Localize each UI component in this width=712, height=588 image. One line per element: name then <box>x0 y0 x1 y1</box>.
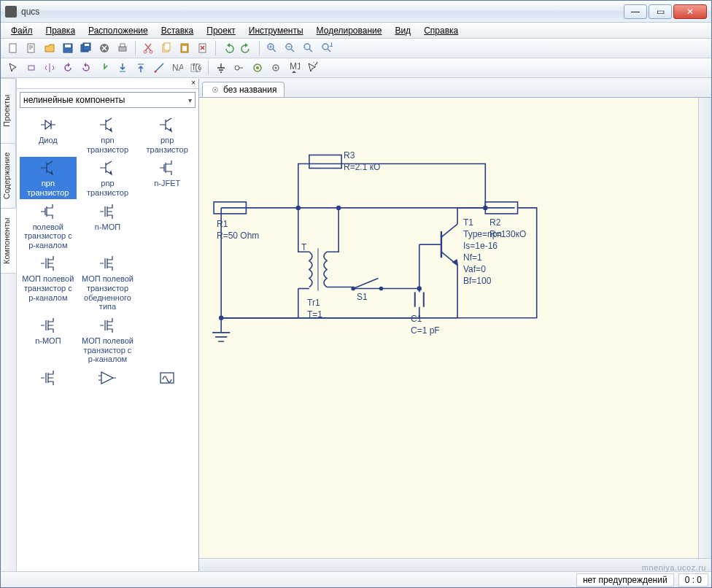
svg-text:1: 1 <box>329 42 333 49</box>
menu-simulation[interactable]: Моделирование <box>312 24 387 37</box>
palette-item[interactable] <box>20 367 77 390</box>
vertical-scrollbar[interactable] <box>698 98 711 558</box>
svg-rect-34 <box>160 373 174 383</box>
category-combo-value: нелинейные компоненты <box>23 95 125 105</box>
zoom-in-button[interactable] <box>264 40 280 56</box>
open-button[interactable] <box>42 40 58 56</box>
svg-point-43 <box>337 206 341 209</box>
palette-item[interactable]: pnp транзистор <box>139 114 196 155</box>
menu-help[interactable]: Справка <box>419 24 463 37</box>
svg-rect-8 <box>119 47 126 51</box>
doc-tab-untitled[interactable]: без названия <box>202 82 285 97</box>
side-tab-components[interactable]: Компоненты <box>1 208 16 274</box>
sidebar-tab-strip: Проекты Содержание Компоненты <box>1 79 17 571</box>
svg-rect-15 <box>182 46 187 51</box>
palette-item[interactable]: n-МОП <box>20 314 77 365</box>
close-doc-button[interactable] <box>96 40 112 56</box>
menu-view[interactable]: Вид <box>390 24 415 37</box>
horizontal-scrollbar[interactable] <box>199 558 711 571</box>
cut-button[interactable] <box>140 40 156 56</box>
label-t1-p4: Vaf=0 <box>463 264 486 274</box>
svg-point-27 <box>235 66 239 70</box>
palette-item-label: Диод <box>20 136 77 145</box>
zoom-out-button[interactable] <box>282 40 298 56</box>
svg-text:f(ω): f(ω) <box>193 62 201 72</box>
insert-up-tool[interactable] <box>133 60 149 76</box>
palette-item[interactable]: МОП полевой транзистор с p-каналом <box>80 314 136 365</box>
component-icon <box>20 368 77 387</box>
zoom-fit-button[interactable] <box>301 40 317 56</box>
settings-tool[interactable] <box>268 60 284 76</box>
rotate-right-tool[interactable] <box>78 60 94 76</box>
delete-button[interactable] <box>195 40 211 56</box>
menu-tools[interactable]: Инструменты <box>244 24 308 37</box>
label-r1-name: R1 <box>217 219 228 229</box>
component-icon <box>80 158 136 177</box>
palette-item-label: n-МОП <box>20 336 77 346</box>
palette-item[interactable]: полевой транзистор с p-каналом <box>20 201 77 252</box>
component-panel: × нелинейные компоненты ▾ Диодnpn транзи… <box>17 79 199 571</box>
palette-item[interactable]: МОП полевой транзистор с p-каналом <box>20 252 77 313</box>
wire-tool[interactable] <box>151 60 167 76</box>
minimize-button[interactable]: — <box>624 4 647 19</box>
palette-item-label: МОП полевой транзистор с p-каналом <box>80 336 136 364</box>
menu-position[interactable]: Расположение <box>84 24 152 37</box>
side-tab-projects[interactable]: Проекты <box>1 78 16 144</box>
simulate-tool[interactable] <box>249 60 266 76</box>
redo-button[interactable] <box>239 40 255 56</box>
statusbar: нет предупреждений 0 : 0 <box>1 571 711 587</box>
category-combo[interactable]: нелинейные компоненты ▾ <box>20 92 196 108</box>
port-tool[interactable] <box>231 60 247 76</box>
palette-item[interactable] <box>139 367 196 390</box>
print-button[interactable] <box>115 40 131 56</box>
svg-point-44 <box>484 206 487 209</box>
menu-file[interactable]: Файл <box>7 24 37 37</box>
status-coords: 0 : 0 <box>678 573 708 587</box>
paste-button[interactable] <box>177 40 193 56</box>
select-tool[interactable] <box>5 60 21 76</box>
palette-item[interactable]: npn транзистор <box>20 157 77 198</box>
palette-item[interactable]: n-JFET <box>139 157 196 198</box>
zoom-reset-button[interactable]: 1 <box>319 40 335 56</box>
component-icon <box>20 158 77 177</box>
palette-item[interactable]: npn транзистор <box>80 114 136 155</box>
new-button[interactable] <box>5 40 21 56</box>
name-tool[interactable]: NAME <box>169 60 185 76</box>
schematic-canvas[interactable]: R3 R=2.1 кО R1 R=50 Ohm T Tr1 T=1 S1 C1 … <box>199 98 698 558</box>
rotate-left-tool[interactable] <box>60 60 76 76</box>
palette-item[interactable]: pnp транзистор <box>80 157 136 198</box>
palette-item-label: МОП полевой транзистор с p-каналом <box>20 274 77 302</box>
new-text-button[interactable] <box>23 40 39 56</box>
save-button[interactable] <box>60 40 76 56</box>
component-tool[interactable] <box>23 60 39 76</box>
menu-edit[interactable]: Правка <box>42 24 80 37</box>
label-t1-p2: Is=1e-16 <box>463 241 498 251</box>
ground-tool[interactable] <box>213 60 229 76</box>
content-area: Проекты Содержание Компоненты × нелинейн… <box>1 78 711 571</box>
palette-item[interactable] <box>80 367 136 390</box>
label-t1-p5: Bf=100 <box>463 276 491 286</box>
mirror-tool[interactable] <box>42 60 58 76</box>
svg-rect-22 <box>28 66 34 70</box>
panel-close-icon[interactable]: × <box>17 79 198 89</box>
palette-item[interactable]: n-МОП <box>80 201 136 252</box>
svg-text:?: ? <box>313 62 318 69</box>
palette-item[interactable]: МОП полевой транзистор обедненного типа <box>80 252 136 313</box>
svg-point-42 <box>296 206 300 209</box>
menu-project[interactable]: Проект <box>202 24 240 37</box>
marker-tool[interactable]: M1 <box>286 60 302 76</box>
palette-item[interactable]: Диод <box>20 114 77 155</box>
svg-rect-6 <box>85 44 89 46</box>
undo-button[interactable] <box>220 40 236 56</box>
activate-tool[interactable] <box>96 60 112 76</box>
svg-rect-9 <box>120 44 125 47</box>
equation-tool[interactable]: f(ω) <box>187 60 204 76</box>
close-button[interactable]: ✕ <box>673 4 707 19</box>
insert-down-tool[interactable] <box>115 60 131 76</box>
menu-insert[interactable]: Вставка <box>157 24 198 37</box>
context-help-tool[interactable]: ? <box>304 60 320 76</box>
side-tab-content[interactable]: Содержание <box>1 143 16 209</box>
save-all-button[interactable] <box>78 40 94 56</box>
copy-button[interactable] <box>158 40 174 56</box>
maximize-button[interactable]: ▭ <box>649 4 672 19</box>
